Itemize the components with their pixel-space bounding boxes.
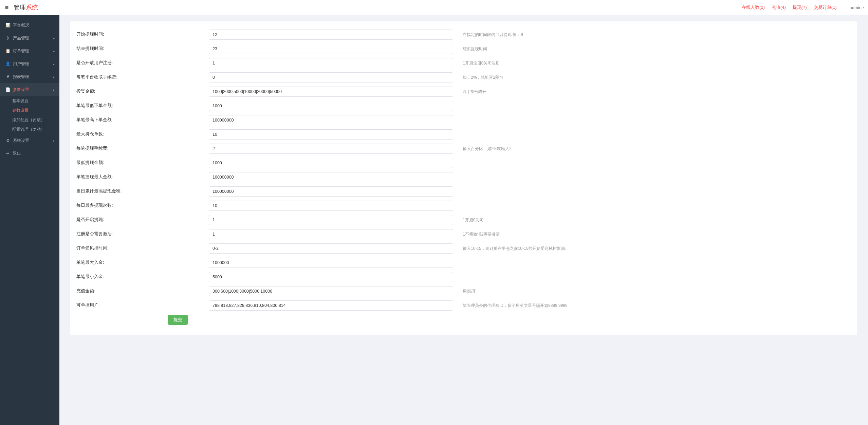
reports-icon: ¥ bbox=[5, 74, 11, 79]
label-daily-max-withdraw: 当日累计最高提现金额: bbox=[76, 186, 209, 194]
hint-reg-open: 1开启注册0关闭注册 bbox=[453, 58, 851, 66]
hint-withdraw-fee: 输入百分比，如2%就输入2 bbox=[453, 144, 851, 152]
form-row-withdraw-end: 结束提现时间:结束提现时间 bbox=[76, 44, 851, 54]
header-withdraw[interactable]: 提现(7) bbox=[793, 4, 807, 11]
label-withdraw-fee: 每笔提现手续费: bbox=[76, 144, 209, 151]
hint-recharge-amounts: 用|隔开 bbox=[453, 286, 851, 294]
input-daily-max-withdraw[interactable] bbox=[209, 186, 453, 197]
form-row-daily-max-withdraw: 当日累计最高提现金额: bbox=[76, 186, 851, 197]
input-need-activate[interactable] bbox=[209, 229, 453, 239]
input-withdraw-fee[interactable] bbox=[209, 144, 453, 154]
chevron-right-icon: ▸ bbox=[53, 36, 55, 40]
logout-icon: ↩ bbox=[5, 151, 11, 156]
input-reg-open[interactable] bbox=[209, 58, 453, 68]
label-max-positions: 最大持仓单数: bbox=[76, 129, 209, 137]
sidebar-sub-param-settings[interactable]: 参数设置 bbox=[0, 106, 59, 115]
label-withdraw-enabled: 是否开启提现: bbox=[76, 215, 209, 223]
label-risk-window: 订单受风控时间: bbox=[76, 243, 209, 251]
hamburger-icon[interactable]: ≡ bbox=[0, 4, 14, 11]
header-online[interactable]: 在线人数(0) bbox=[742, 4, 765, 11]
form-row-max-positions: 最大持仓单数: bbox=[76, 129, 851, 140]
label-withdraw-end: 结束提现时间: bbox=[76, 44, 209, 52]
form-row-daily-withdraw-count: 每日最多提现次数: bbox=[76, 201, 851, 211]
top-header: ≡ 管理系统 在线人数(0) 充值(4) 提现(7) 交易订单(1) admin… bbox=[0, 0, 868, 15]
sidebar-sub-basic[interactable]: 基本设置 bbox=[0, 96, 59, 106]
header-orders[interactable]: 交易订单(1) bbox=[814, 4, 837, 11]
header-recharge[interactable]: 充值(4) bbox=[772, 4, 786, 11]
submit-button[interactable]: 提交 bbox=[168, 315, 188, 325]
input-max-deposit[interactable] bbox=[209, 258, 453, 268]
hint-invest-amounts: 以 | 符号隔开 bbox=[453, 87, 851, 95]
sidebar-sub-add-config[interactable]: 添加配置（勿动） bbox=[0, 115, 59, 125]
sidebar-sub-config-mgmt[interactable]: 配置管理（勿动） bbox=[0, 125, 59, 134]
sidebar-item-reports[interactable]: ¥报表管理▸ bbox=[0, 70, 59, 83]
sidebar-item-orders[interactable]: 📋订单管理▸ bbox=[0, 44, 59, 57]
hint-controllable-users: 除管理员外的代理商ID，多个用英文逗号隔开如8888,9999 bbox=[453, 300, 851, 309]
hint-fee: 如：2%，就填写2即可 bbox=[453, 72, 851, 80]
label-recharge-amounts: 充值金额: bbox=[76, 286, 209, 294]
label-max-order: 单笔最高下单金额: bbox=[76, 115, 209, 123]
form-row-max-withdraw: 单笔提现最大金额: bbox=[76, 172, 851, 182]
hint-max-positions bbox=[453, 129, 851, 131]
hint-withdraw-start: 在指定的时间段内可以提现 例：9 bbox=[453, 30, 851, 38]
sidebar-item-system[interactable]: ⚙系统设置▸ bbox=[0, 134, 59, 147]
label-min-order: 单笔最低下单金额: bbox=[76, 101, 209, 109]
brand-part1: 管理 bbox=[14, 4, 26, 11]
header-user-name: admin bbox=[850, 5, 862, 10]
sidebar-item-label: 报表管理 bbox=[13, 74, 53, 80]
input-min-order[interactable] bbox=[209, 101, 453, 111]
input-max-withdraw[interactable] bbox=[209, 172, 453, 182]
form-row-recharge-amounts: 充值金额:用|隔开 bbox=[76, 286, 851, 296]
input-fee[interactable] bbox=[209, 72, 453, 82]
form-row-withdraw-start: 开始提现时间:在指定的时间段内可以提现 例：9 bbox=[76, 30, 851, 40]
form-row-invest-amounts: 投资金额:以 | 符号隔开 bbox=[76, 87, 851, 97]
form-row-reg-open: 是否开放用户注册:1开启注册0关闭注册 bbox=[76, 58, 851, 68]
hint-min-deposit bbox=[453, 272, 851, 274]
hint-daily-withdraw-count bbox=[453, 201, 851, 203]
form-row-risk-window: 订单受风控时间:输入10-15，则订单在平仓之前10-15秒开始受到风控影响。 bbox=[76, 243, 851, 254]
input-risk-window[interactable] bbox=[209, 243, 453, 254]
sidebar-item-label: 平台概况 bbox=[13, 22, 55, 28]
users-icon: 👤 bbox=[5, 61, 11, 66]
hint-max-deposit bbox=[453, 258, 851, 260]
input-withdraw-end[interactable] bbox=[209, 44, 453, 54]
input-controllable-users[interactable] bbox=[209, 300, 453, 311]
chevron-right-icon: ▸ bbox=[53, 62, 55, 66]
input-min-deposit[interactable] bbox=[209, 272, 453, 282]
brand: 管理系统 bbox=[14, 3, 38, 12]
sidebar-item-label: 用户管理 bbox=[13, 61, 53, 67]
sidebar-item-label: 订单管理 bbox=[13, 48, 53, 54]
input-max-positions[interactable] bbox=[209, 129, 453, 140]
header-user-menu[interactable]: admin ▾ bbox=[850, 5, 865, 10]
hint-withdraw-end: 结束提现时间 bbox=[453, 44, 851, 52]
overview-icon: 📊 bbox=[5, 23, 11, 27]
sidebar-item-products[interactable]: ₿产品管理▸ bbox=[0, 32, 59, 44]
orders-icon: 📋 bbox=[5, 49, 11, 53]
chevron-right-icon: ▸ bbox=[53, 139, 55, 143]
label-max-withdraw: 单笔提现最大金额: bbox=[76, 172, 209, 180]
input-withdraw-enabled[interactable] bbox=[209, 215, 453, 225]
hint-max-withdraw bbox=[453, 172, 851, 174]
input-invest-amounts[interactable] bbox=[209, 87, 453, 97]
input-withdraw-start[interactable] bbox=[209, 30, 453, 40]
form-row-min-order: 单笔最低下单金额: bbox=[76, 101, 851, 111]
sidebar-item-params[interactable]: 📄参数设置▸ bbox=[0, 83, 59, 96]
sidebar-item-logout[interactable]: ↩退出 bbox=[0, 147, 59, 160]
hint-min-withdraw bbox=[453, 158, 851, 160]
label-fee: 每笔平台收取手续费: bbox=[76, 72, 209, 80]
label-daily-withdraw-count: 每日最多提现次数: bbox=[76, 201, 209, 208]
sidebar-item-users[interactable]: 👤用户管理▸ bbox=[0, 57, 59, 70]
label-max-deposit: 单笔最大入金: bbox=[76, 258, 209, 265]
input-max-order[interactable] bbox=[209, 115, 453, 125]
input-recharge-amounts[interactable] bbox=[209, 286, 453, 296]
products-icon: ₿ bbox=[5, 36, 11, 40]
input-min-withdraw[interactable] bbox=[209, 158, 453, 168]
form-row-controllable-users: 可单控用户:除管理员外的代理商ID，多个用英文逗号隔开如8888,9999 bbox=[76, 300, 851, 311]
form-row-min-withdraw: 最低提现金额: bbox=[76, 158, 851, 168]
sidebar-item-overview[interactable]: 📊平台概况 bbox=[0, 19, 59, 32]
hint-need-activate: 1不需激活2需要激活 bbox=[453, 229, 851, 237]
params-icon: 📄 bbox=[5, 87, 11, 92]
hint-daily-max-withdraw bbox=[453, 186, 851, 188]
input-daily-withdraw-count[interactable] bbox=[209, 201, 453, 211]
label-controllable-users: 可单控用户: bbox=[76, 300, 209, 308]
